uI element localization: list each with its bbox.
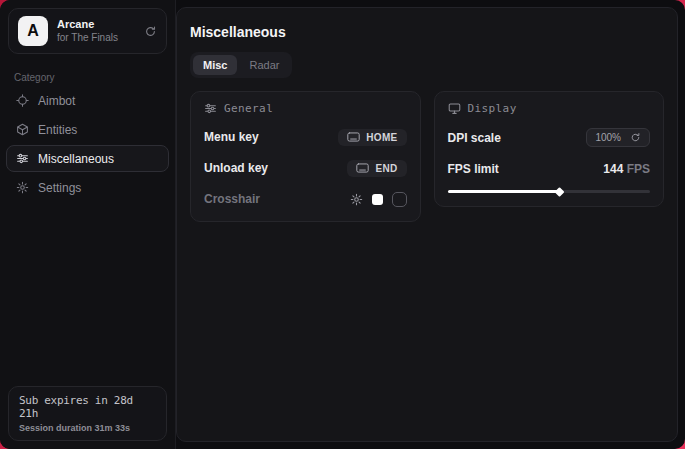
display-card-title: Display <box>468 102 517 115</box>
subscription-info-box: Sub expires in 28d 21h Session duration … <box>8 386 167 441</box>
sidebar-item-settings[interactable]: Settings <box>6 174 169 201</box>
sidebar-item-miscellaneous[interactable]: Miscellaneous <box>6 145 169 172</box>
menu-key-button[interactable]: HOME <box>338 129 406 146</box>
crosshair-checkbox[interactable] <box>392 192 407 207</box>
monitor-icon <box>448 102 461 115</box>
category-label: Category <box>14 72 161 83</box>
sidebar-item-label: Settings <box>38 181 81 195</box>
unload-key-button[interactable]: END <box>347 160 406 177</box>
menu-key-value: HOME <box>366 132 397 143</box>
fps-limit-label: FPS limit <box>448 162 499 176</box>
keyboard-icon <box>347 132 360 142</box>
sync-icon[interactable] <box>144 25 157 38</box>
sub-expiry-text: Sub expires in 28d 21h <box>19 394 156 420</box>
main-panel: Miscellaneous Misc Radar Gene <box>176 7 678 442</box>
dpi-scale-button[interactable]: 100% <box>586 128 650 147</box>
app-window: A Arcane for The Finals Category <box>0 0 685 449</box>
session-duration-text: Session duration 31m 33s <box>19 423 156 433</box>
brand-logo: A <box>18 16 48 46</box>
gear-icon <box>16 181 29 194</box>
tab-misc[interactable]: Misc <box>193 55 237 75</box>
refresh-icon <box>630 132 641 143</box>
display-card: Display DPI scale 100% <box>434 91 665 207</box>
crosshair-settings-gear-icon[interactable] <box>350 193 363 206</box>
unload-key-label: Unload key <box>204 161 268 175</box>
slider-thumb[interactable] <box>554 187 564 197</box>
slider-fill <box>448 190 559 193</box>
crosshair-color-swatch[interactable] <box>372 194 383 205</box>
tab-radar[interactable]: Radar <box>239 55 289 75</box>
sliders-icon <box>16 152 29 165</box>
brand-name: Arcane <box>57 18 135 32</box>
sidebar: A Arcane for The Finals Category <box>0 0 176 449</box>
fps-limit-row: FPS limit 144 FPS <box>448 160 651 178</box>
cube-icon <box>16 123 29 136</box>
crosshair-label: Crosshair <box>204 192 260 206</box>
sidebar-item-label: Entities <box>38 123 77 137</box>
crosshair-row: Crosshair <box>204 190 407 208</box>
unload-key-value: END <box>375 163 397 174</box>
dpi-scale-value: 100% <box>595 132 621 143</box>
sidebar-nav: Aimbot Entities <box>0 87 175 201</box>
general-card-title: General <box>224 102 273 115</box>
sidebar-item-aimbot[interactable]: Aimbot <box>6 87 169 114</box>
page-title: Miscellaneous <box>190 24 664 40</box>
tab-bar: Misc Radar <box>190 52 292 78</box>
sliders-icon <box>204 102 217 115</box>
brand-card: A Arcane for The Finals <box>8 8 167 54</box>
crosshair-icon <box>16 94 29 107</box>
sidebar-item-label: Aimbot <box>38 94 75 108</box>
brand-subtitle: for The Finals <box>57 32 135 45</box>
sidebar-item-entities[interactable]: Entities <box>6 116 169 143</box>
general-card: General Menu key HOME <box>190 91 421 222</box>
dpi-scale-row: DPI scale 100% <box>448 128 651 147</box>
fps-limit-value: 144 FPS <box>603 162 650 176</box>
fps-limit-slider[interactable] <box>448 190 651 193</box>
unload-key-row: Unload key END <box>204 159 407 177</box>
sidebar-item-label: Miscellaneous <box>38 152 114 166</box>
menu-key-label: Menu key <box>204 130 259 144</box>
menu-key-row: Menu key HOME <box>204 128 407 146</box>
dpi-scale-label: DPI scale <box>448 131 501 145</box>
keyboard-icon <box>356 163 369 173</box>
